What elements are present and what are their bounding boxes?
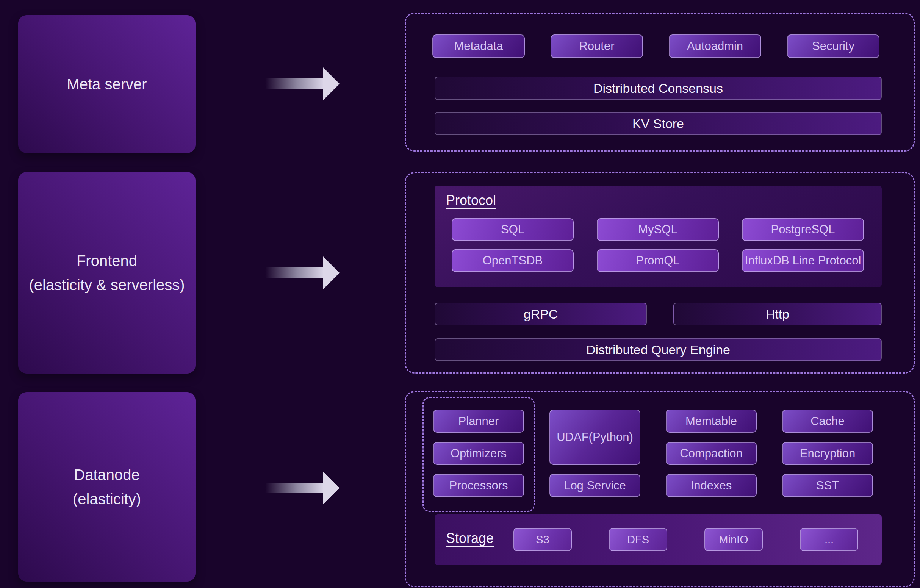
datanode-label-line1: Datanode xyxy=(74,463,139,487)
meta-server-node: Meta server xyxy=(18,15,196,153)
arrow-head xyxy=(323,256,340,290)
metadata-chip-label: Metadata xyxy=(454,39,503,53)
storage-title: Storage xyxy=(446,530,494,546)
frontend-label-line2: (elasticity & serverless) xyxy=(29,273,185,297)
storage-panel: Storage S3 DFS MinIO ... xyxy=(435,515,882,565)
arrow-frontend-icon xyxy=(265,256,340,290)
postgresql-chip: PostgreSQL xyxy=(742,218,864,241)
indexes-chip-label: Indexes xyxy=(691,479,732,492)
datanode-node: Datanode (elasticity) xyxy=(18,392,196,582)
optimizers-chip: Optimizers xyxy=(433,442,524,465)
log-service-chip: Log Service xyxy=(549,474,640,497)
memtable-chip: Memtable xyxy=(666,410,757,432)
log-service-chip-label: Log Service xyxy=(564,479,626,492)
meta-server-label: Meta server xyxy=(67,72,147,96)
opentsdb-chip: OpenTSDB xyxy=(452,249,574,272)
sql-chip-label: SQL xyxy=(501,223,525,236)
processors-chip-label: Processors xyxy=(449,479,508,492)
distributed-consensus-bar: Distributed Consensus xyxy=(435,76,882,100)
opentsdb-chip-label: OpenTSDB xyxy=(483,254,543,267)
postgresql-chip-label: PostgreSQL xyxy=(771,223,835,236)
arrow-shaft xyxy=(265,483,323,493)
architecture-diagram: Meta server Frontend (elasticity & serve… xyxy=(0,0,920,588)
optimizers-chip-label: Optimizers xyxy=(450,447,507,460)
security-chip: Security xyxy=(787,34,880,58)
processors-chip: Processors xyxy=(433,474,524,497)
sql-chip: SQL xyxy=(452,218,574,241)
planner-chip: Planner xyxy=(433,410,524,432)
arrow-datanode-icon xyxy=(265,471,340,505)
planner-chip-label: Planner xyxy=(458,415,499,428)
dfs-chip: DFS xyxy=(609,528,667,551)
kv-store-label: KV Store xyxy=(632,116,684,131)
encryption-chip-label: Encryption xyxy=(800,447,855,460)
distributed-consensus-label: Distributed Consensus xyxy=(593,81,723,96)
protocol-title: Protocol xyxy=(446,193,496,208)
router-chip-label: Router xyxy=(579,39,614,53)
frontend-node: Frontend (elasticity & serverless) xyxy=(18,172,196,374)
arrow-shaft xyxy=(265,267,323,278)
compaction-chip: Compaction xyxy=(666,442,757,465)
promql-chip: PromQL xyxy=(597,249,719,272)
datanode-label-line2: (elasticity) xyxy=(73,487,141,511)
router-chip: Router xyxy=(551,34,643,58)
arrow-shaft xyxy=(265,78,323,89)
mysql-chip-label: MySQL xyxy=(638,223,677,236)
datanode-group: Planner Optimizers Processors UDAF(Pytho… xyxy=(405,391,915,587)
metadata-chip: Metadata xyxy=(432,34,525,58)
udaf-chip-label: UDAF(Python) xyxy=(557,430,633,444)
memtable-chip-label: Memtable xyxy=(685,415,737,428)
autoadmin-chip-label: Autoadmin xyxy=(687,39,743,53)
cache-chip: Cache xyxy=(782,410,873,432)
mysql-chip: MySQL xyxy=(597,218,719,241)
kv-store-bar: KV Store xyxy=(435,112,882,135)
grpc-label: gRPC xyxy=(524,307,558,322)
influxdb-line-protocol-chip: InfluxDB Line Protocol xyxy=(742,249,864,272)
dfs-chip-label: DFS xyxy=(627,533,649,546)
security-chip-label: Security xyxy=(812,39,854,53)
promql-chip-label: PromQL xyxy=(636,254,679,267)
http-label: Http xyxy=(766,307,789,322)
encryption-chip: Encryption xyxy=(782,442,873,465)
minio-chip: MinIO xyxy=(705,528,763,551)
frontend-group: Protocol SQL MySQL PostgreSQL OpenTSDB P… xyxy=(405,172,915,374)
arrow-head xyxy=(323,471,340,505)
compaction-chip-label: Compaction xyxy=(680,447,742,460)
sst-chip-label: SST xyxy=(816,479,839,492)
more-storage-chip: ... xyxy=(800,528,858,551)
arrow-head xyxy=(323,67,340,100)
arrow-meta-icon xyxy=(265,67,340,100)
s3-chip: S3 xyxy=(513,528,572,551)
indexes-chip: Indexes xyxy=(666,474,757,497)
protocol-panel: Protocol SQL MySQL PostgreSQL OpenTSDB P… xyxy=(435,186,882,287)
distributed-query-engine-bar: Distributed Query Engine xyxy=(435,339,882,361)
more-storage-chip-label: ... xyxy=(824,533,834,546)
frontend-label-line1: Frontend xyxy=(76,249,137,273)
autoadmin-chip: Autoadmin xyxy=(669,34,761,58)
s3-chip-label: S3 xyxy=(536,533,549,546)
http-bar: Http xyxy=(673,303,882,326)
minio-chip-label: MinIO xyxy=(719,533,748,546)
influxdb-line-protocol-chip-label: InfluxDB Line Protocol xyxy=(745,254,861,267)
sst-chip: SST xyxy=(782,474,873,497)
udaf-chip: UDAF(Python) xyxy=(549,410,640,465)
meta-server-group: Metadata Router Autoadmin Security Distr… xyxy=(405,13,915,152)
cache-chip-label: Cache xyxy=(810,415,845,428)
distributed-query-engine-label: Distributed Query Engine xyxy=(586,342,730,357)
grpc-bar: gRPC xyxy=(435,303,647,326)
